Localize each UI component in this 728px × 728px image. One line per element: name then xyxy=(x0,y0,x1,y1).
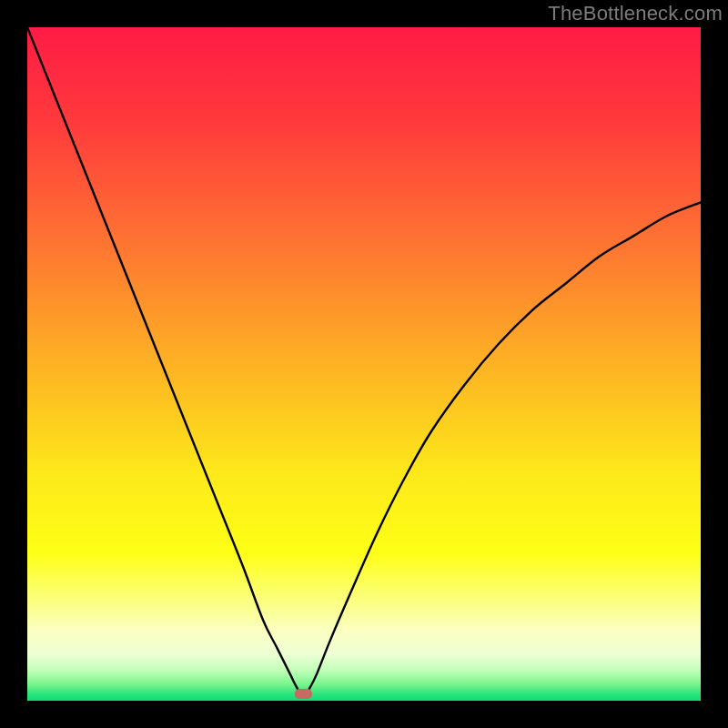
minimum-marker xyxy=(295,689,312,699)
chart-svg xyxy=(27,27,701,701)
watermark-text: TheBottleneck.com xyxy=(548,2,723,25)
chart-background xyxy=(27,27,701,701)
plot-area xyxy=(27,27,701,701)
chart-frame: TheBottleneck.com xyxy=(0,0,728,728)
